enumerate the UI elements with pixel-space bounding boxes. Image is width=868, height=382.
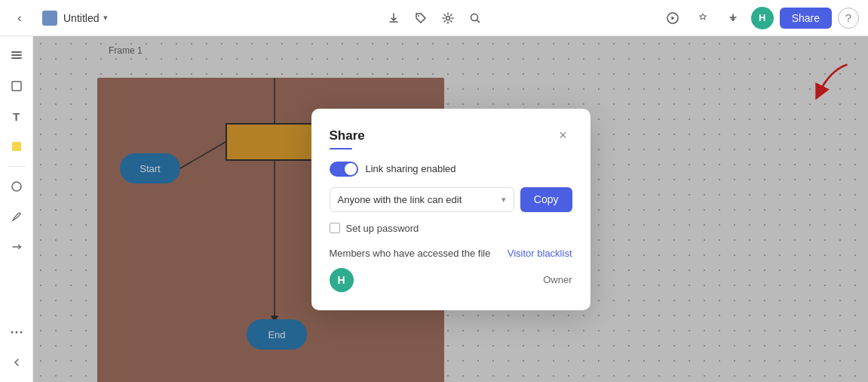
member-avatar-letter: H — [337, 274, 345, 286]
sidebar-item-connector[interactable] — [3, 233, 30, 260]
user-avatar-button[interactable]: H — [751, 7, 774, 29]
toggle-knob — [345, 163, 357, 175]
password-setup-row: Set up password — [330, 223, 572, 234]
members-section-header: Members who have accessed the file Visit… — [330, 248, 572, 259]
sidebar-item-collapse[interactable] — [3, 349, 30, 376]
svg-point-9 — [12, 182, 21, 191]
present-icon — [697, 12, 709, 24]
svg-rect-7 — [12, 82, 21, 91]
search-icon — [469, 12, 481, 24]
svg-point-0 — [418, 15, 419, 17]
toolbar-center — [382, 6, 487, 30]
export-button[interactable] — [382, 6, 406, 30]
copy-button[interactable]: Copy — [520, 187, 572, 212]
link-permission-select[interactable]: Anyone with the link can edit ▾ — [330, 187, 514, 212]
tag-icon — [415, 12, 427, 24]
sidebar-item-shapes[interactable] — [3, 173, 30, 200]
link-copy-row: Anyone with the link can edit ▾ Copy — [330, 187, 572, 212]
link-sharing-toggle-row: Link sharing enabled — [330, 162, 572, 177]
help-button[interactable]: ? — [838, 8, 859, 29]
sidebar-item-more[interactable] — [3, 319, 30, 346]
password-checkbox[interactable] — [330, 223, 340, 233]
modal-header: Share × — [330, 127, 572, 145]
share-button[interactable]: Share — [780, 8, 832, 29]
toolbar-left: ‹ Untitled ▾ — [9, 8, 376, 29]
left-sidebar: T — [0, 36, 33, 382]
file-name-label: Untitled — [63, 12, 99, 24]
toggle-label: Link sharing enabled — [366, 163, 456, 174]
member-avatar: H — [330, 268, 354, 292]
toolbar: ‹ Untitled ▾ H — [0, 0, 868, 36]
history-icon — [727, 12, 739, 24]
sidebar-item-pen[interactable] — [3, 203, 30, 230]
file-icon — [42, 11, 57, 26]
sidebar-item-text[interactable]: T — [3, 103, 30, 130]
member-row: H Owner — [330, 268, 572, 292]
modal-title-divider — [330, 148, 352, 149]
settings-button[interactable] — [436, 6, 460, 30]
svg-point-10 — [11, 331, 13, 334]
svg-rect-8 — [12, 142, 21, 151]
sidebar-item-layers[interactable] — [3, 42, 30, 69]
toolbar-right: H Share ? — [493, 6, 860, 30]
svg-point-12 — [20, 331, 22, 334]
text-tool-icon: T — [13, 110, 20, 123]
file-name-button[interactable]: Untitled ▾ — [36, 8, 114, 29]
modal-title: Share — [330, 128, 365, 143]
history-button[interactable] — [721, 6, 745, 30]
search-button[interactable] — [463, 6, 487, 30]
svg-point-1 — [446, 16, 449, 20]
chevron-down-icon: ▾ — [501, 195, 506, 205]
help-icon: ? — [845, 11, 851, 24]
modal-overlay: Share × Link sharing enabled Any — [33, 36, 868, 382]
link-sharing-toggle[interactable] — [330, 162, 358, 177]
back-button[interactable]: ‹ — [9, 8, 30, 29]
close-icon: × — [559, 128, 567, 143]
sidebar-item-frame[interactable] — [3, 72, 30, 100]
visitor-blacklist-link[interactable]: Visitor blacklist — [508, 248, 572, 259]
file-chevron-icon: ▾ — [103, 13, 108, 23]
svg-rect-6 — [11, 57, 22, 59]
copy-button-label: Copy — [534, 193, 559, 205]
export-icon — [388, 12, 400, 24]
canvas-area[interactable]: Frame 1 Start End — [33, 36, 868, 382]
settings-icon — [442, 12, 454, 24]
member-role-label: Owner — [543, 274, 572, 285]
members-title: Members who have accessed the file — [330, 248, 491, 259]
play-icon — [667, 12, 679, 24]
sidebar-item-sticky[interactable] — [3, 133, 30, 160]
present-button[interactable] — [691, 6, 715, 30]
user-avatar-letter: H — [759, 12, 765, 23]
main-area: T Frame 1 Start — [0, 36, 868, 382]
modal-close-button[interactable]: × — [554, 127, 572, 145]
share-modal: Share × Link sharing enabled Any — [311, 109, 590, 310]
link-permission-label: Anyone with the link can edit — [338, 194, 462, 205]
svg-rect-5 — [11, 51, 22, 53]
play-button[interactable] — [661, 6, 685, 30]
password-label: Set up password — [346, 223, 419, 234]
sidebar-divider-1 — [8, 166, 26, 167]
svg-rect-4 — [11, 54, 22, 56]
tag-button[interactable] — [409, 6, 433, 30]
svg-point-11 — [15, 331, 17, 334]
share-button-label: Share — [792, 12, 820, 24]
